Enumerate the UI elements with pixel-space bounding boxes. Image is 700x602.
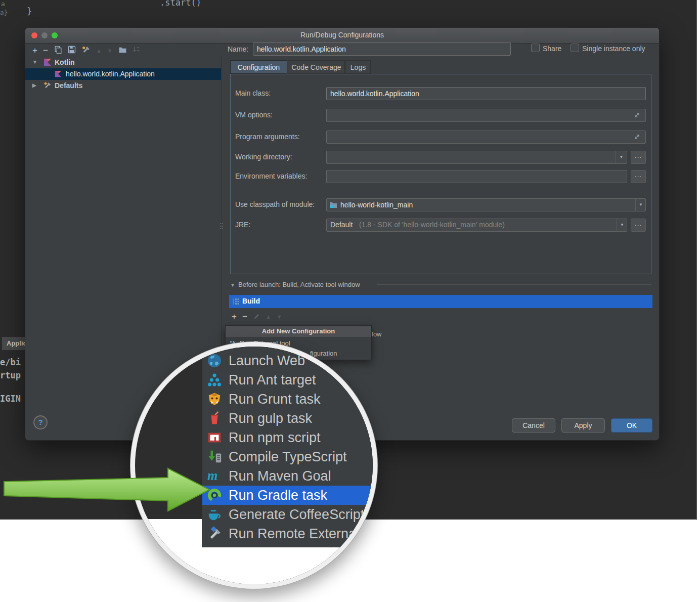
- menu-item-run-maven-goal[interactable]: m Run Maven Goal: [202, 466, 373, 486]
- classpath-module-combo[interactable]: hello-world-kotlin_main: [326, 198, 646, 211]
- grunt-icon: [207, 392, 222, 407]
- program-arguments-field[interactable]: [326, 131, 646, 144]
- main-class-field[interactable]: hello.world.kotlin.Application: [326, 87, 646, 100]
- jre-value: Default: [330, 221, 353, 229]
- ant-icon: [207, 372, 222, 388]
- magnifier-ring: Launch Web Run Ant target Run Grunt task…: [130, 342, 377, 589]
- chevron-down-icon[interactable]: ▼: [617, 219, 627, 231]
- chevron-down-icon[interactable]: ▼: [32, 59, 37, 65]
- apply-button[interactable]: Apply: [561, 418, 605, 433]
- jre-hint: (1.8 - SDK of 'hello-world-kotlin_main' …: [359, 221, 505, 229]
- tree-item-application[interactable]: hello.world.kotlin.Application: [25, 68, 221, 80]
- edit-task-button[interactable]: [253, 312, 260, 321]
- kotlin-icon: [55, 70, 62, 77]
- copy-configuration-button[interactable]: [54, 46, 62, 56]
- help-button[interactable]: ?: [33, 415, 48, 429]
- dialog-titlebar[interactable]: Run/Debug Configurations: [25, 28, 659, 44]
- popup-title: Add New Configuration: [226, 326, 371, 337]
- expand-icon[interactable]: [634, 112, 640, 118]
- name-label: Name:: [228, 45, 248, 53]
- page: .start() } a a} Applic e/bi rtup IGIN Ru…: [0, 0, 700, 602]
- build-icon: [232, 298, 239, 305]
- wrench-icon: [81, 46, 91, 54]
- splitter-handle[interactable]: [220, 222, 224, 230]
- menu-item-run-npm-script[interactable]: Run npm script: [202, 428, 373, 447]
- console-output-line: e/bi: [0, 357, 21, 367]
- jre-label: JRE:: [235, 221, 250, 229]
- tab-logs[interactable]: Logs: [345, 60, 371, 74]
- before-launch-item-build[interactable]: Build: [229, 295, 652, 308]
- remove-configuration-button[interactable]: −: [43, 46, 48, 55]
- add-configuration-button[interactable]: +: [32, 46, 37, 55]
- tree-group-defaults[interactable]: ▶ Defaults: [25, 80, 221, 92]
- menu-item-generate-coffeescript[interactable]: Generate CoffeeScript: [202, 505, 373, 524]
- magnifier-view: Launch Web Run Ant target Run Grunt task…: [135, 347, 373, 584]
- collapse-icon[interactable]: ▼: [230, 282, 235, 288]
- menu-item-run-gradle-task[interactable]: Run Gradle task: [202, 486, 373, 505]
- before-launch-title: Before launch: Build, Activate tool wind…: [238, 281, 360, 288]
- popup-item-fragment: figuration: [310, 350, 337, 357]
- save-configuration-button[interactable]: [68, 46, 76, 56]
- annotation-arrow: [3, 466, 212, 513]
- typescript-icon: [207, 449, 222, 464]
- vm-options-label: VM options:: [235, 111, 273, 119]
- build-item-label: Build: [242, 297, 260, 305]
- tree-item-label: hello.world.kotlin.Application: [66, 70, 155, 78]
- gulp-icon: [207, 411, 222, 426]
- kotlin-icon: [43, 58, 52, 66]
- environment-variables-field[interactable]: [326, 170, 627, 183]
- before-launch-toolbar: + − ▲ ▼: [232, 311, 282, 322]
- folder-icon: [118, 46, 127, 54]
- single-instance-checkbox[interactable]: [571, 44, 579, 52]
- vm-options-field[interactable]: [326, 109, 646, 122]
- tree-group-kotlin[interactable]: ▼ Kotlin: [25, 57, 221, 68]
- move-task-up-button[interactable]: ▲: [266, 312, 271, 321]
- menu-item-run-gulp-task[interactable]: Run gulp task: [202, 409, 373, 428]
- share-label: Share: [543, 45, 561, 53]
- program-arguments-label: Program arguments:: [235, 133, 300, 141]
- chevron-right-icon[interactable]: ▶: [32, 82, 36, 88]
- remote-tools-icon: [207, 526, 222, 541]
- add-task-button[interactable]: +: [232, 312, 237, 321]
- working-directory-field[interactable]: ▼: [326, 151, 627, 164]
- remove-task-button[interactable]: −: [242, 312, 247, 321]
- tab-code-coverage[interactable]: Code Coverage: [288, 60, 345, 74]
- chevron-down-icon[interactable]: ▼: [635, 199, 646, 211]
- sort-alphabetically-button[interactable]: [133, 46, 141, 56]
- tab-configuration[interactable]: Configuration: [230, 60, 287, 74]
- environment-variables-browse-button[interactable]: ...: [631, 170, 646, 183]
- chevron-down-icon[interactable]: ▼: [616, 151, 627, 163]
- configurations-toolbar: + − ▲ ▼: [32, 45, 141, 56]
- menu-item-run-grunt-task[interactable]: Run Grunt task: [202, 390, 373, 409]
- divider: [377, 284, 651, 285]
- cancel-button[interactable]: Cancel: [512, 418, 555, 433]
- pencil-icon: [253, 312, 260, 319]
- name-field[interactable]: hello.world.kotlin.Application: [253, 42, 511, 56]
- code-fragment: a: [1, 0, 5, 8]
- jre-browse-button[interactable]: ...: [631, 219, 646, 232]
- environment-variables-label: Environment variables:: [235, 172, 307, 180]
- single-instance-label: Single instance only: [582, 45, 645, 53]
- move-task-down-button[interactable]: ▼: [277, 312, 282, 321]
- working-directory-browse-button[interactable]: ...: [631, 151, 646, 164]
- working-directory-label: Working directory:: [235, 153, 292, 161]
- globe-icon: [207, 353, 222, 368]
- main-class-label: Main class:: [235, 89, 271, 97]
- save-icon: [68, 46, 76, 54]
- code-fragment: .start(): [160, 0, 201, 8]
- npm-icon: [207, 430, 222, 445]
- copy-icon: [54, 46, 62, 54]
- share-checkbox[interactable]: [531, 44, 540, 52]
- move-down-button[interactable]: ▼: [107, 46, 113, 55]
- folder-button[interactable]: [118, 46, 127, 56]
- sort-icon: [133, 46, 141, 54]
- edit-defaults-button[interactable]: [81, 46, 91, 56]
- code-fragment: }: [27, 6, 32, 16]
- expand-icon[interactable]: [634, 134, 640, 140]
- console-output-line: IGIN: [0, 394, 21, 404]
- menu-item-compile-typescript[interactable]: Compile TypeScript: [202, 447, 373, 466]
- move-up-button[interactable]: ▲: [96, 46, 102, 55]
- ok-button[interactable]: OK: [611, 418, 652, 433]
- activate-tool-window-fragment: low: [372, 330, 382, 338]
- menu-item-run-remote-external[interactable]: Run Remote External: [202, 524, 373, 543]
